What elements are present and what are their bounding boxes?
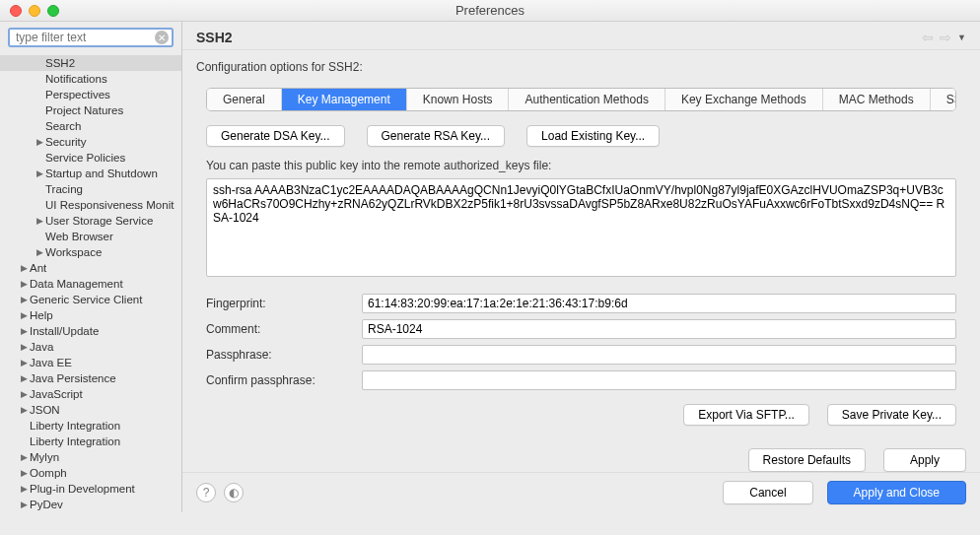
tree-item[interactable]: ▶Oomph	[0, 465, 181, 481]
tree-item[interactable]: ▶Install/Update	[0, 323, 181, 339]
tree-item[interactable]: Notifications	[0, 71, 181, 87]
tree-item-label: Security	[45, 136, 87, 148]
tree-item[interactable]: ▶Data Management	[0, 276, 181, 292]
generate-dsa-button[interactable]: Generate DSA Key...	[206, 125, 345, 147]
disclosure-arrow-icon[interactable]: ▶	[18, 468, 30, 478]
tree-item[interactable]: ▶Help	[0, 307, 181, 323]
disclosure-arrow-icon[interactable]: ▶	[34, 168, 45, 178]
tree-item-label: Perspectives	[45, 89, 110, 100]
progress-icon[interactable]: ◐	[224, 483, 244, 502]
export-sftp-button[interactable]: Export Via SFTP...	[683, 404, 809, 426]
tab[interactable]: MAC Methods	[823, 89, 931, 110]
restore-defaults-button[interactable]: Restore Defaults	[748, 448, 866, 472]
tree-item-label: Tracing	[45, 183, 83, 195]
tree-item-label: Web Browser	[45, 231, 113, 242]
disclosure-arrow-icon[interactable]: ▶	[18, 279, 30, 289]
disclosure-arrow-icon[interactable]: ▶	[18, 500, 30, 509]
tree-item[interactable]: ▶User Storage Service	[0, 213, 181, 229]
tree-item[interactable]: ▶Workspace	[0, 244, 181, 260]
disclosure-arrow-icon[interactable]: ▶	[18, 342, 30, 352]
preferences-tree[interactable]: SSH2NotificationsPerspectivesProject Nat…	[0, 53, 181, 512]
tree-item[interactable]: ▶JSON	[0, 402, 181, 418]
disclosure-arrow-icon[interactable]: ▶	[34, 137, 45, 147]
tree-item-label: Java	[30, 341, 53, 353]
tree-item-label: Java EE	[30, 357, 72, 368]
tree-item[interactable]: Liberty Integration	[0, 434, 181, 449]
tree-item-label: Java Persistence	[30, 372, 116, 384]
confirm-passphrase-label: Confirm passphrase:	[206, 373, 354, 387]
tab[interactable]: General	[207, 89, 282, 110]
tree-item[interactable]: Liberty Integration	[0, 418, 181, 434]
tree-item[interactable]: Web Browser	[0, 229, 181, 244]
passphrase-field[interactable]	[362, 345, 956, 365]
tree-item[interactable]: ▶PyDev	[0, 497, 181, 512]
apply-and-close-button[interactable]: Apply and Close	[827, 481, 966, 504]
forward-icon[interactable]: ⇨	[940, 30, 951, 45]
tree-item[interactable]: ▶Java	[0, 339, 181, 355]
tree-item-label: User Storage Service	[45, 215, 153, 227]
disclosure-arrow-icon[interactable]: ▶	[18, 358, 30, 368]
tree-item[interactable]: Perspectives	[0, 87, 181, 102]
clear-filter-icon[interactable]: ✕	[155, 31, 169, 44]
cancel-button[interactable]: Cancel	[723, 481, 812, 504]
disclosure-arrow-icon[interactable]: ▶	[18, 452, 30, 462]
disclosure-arrow-icon[interactable]: ▶	[18, 484, 30, 494]
comment-field[interactable]	[362, 319, 956, 339]
help-icon[interactable]: ?	[196, 483, 216, 502]
disclosure-arrow-icon[interactable]: ▶	[18, 326, 30, 336]
tree-item-label: SSH2	[45, 57, 75, 69]
tree-item[interactable]: ▶Plug-in Development	[0, 481, 181, 497]
tree-item-label: Oomph	[30, 467, 67, 479]
filter-input[interactable]	[8, 28, 174, 47]
tree-item-label: Project Natures	[45, 104, 123, 116]
tree-item[interactable]: ▶Java Persistence	[0, 370, 181, 386]
disclosure-arrow-icon[interactable]: ▶	[18, 405, 30, 415]
fingerprint-field[interactable]	[362, 294, 956, 313]
disclosure-arrow-icon[interactable]: ▶	[18, 389, 30, 399]
disclosure-arrow-icon[interactable]: ▶	[18, 310, 30, 320]
disclosure-arrow-icon[interactable]: ▶	[18, 295, 30, 304]
public-key-hint: You can paste this public key into the r…	[206, 159, 956, 172]
view-menu-icon[interactable]: ▼	[957, 33, 966, 42]
tree-item[interactable]: ▶Security	[0, 134, 181, 150]
tree-item[interactable]: ▶Mylyn	[0, 449, 181, 465]
disclosure-arrow-icon[interactable]: ▶	[18, 263, 30, 273]
tree-item-label: Help	[30, 309, 53, 321]
tab[interactable]: Key Exchange Methods	[665, 89, 823, 110]
tree-item[interactable]: Tracing	[0, 181, 181, 197]
public-key-textarea[interactable]	[206, 178, 956, 277]
tree-item[interactable]: ▶Startup and Shutdown	[0, 166, 181, 181]
tab-bar: GeneralKey ManagementKnown HostsAuthenti…	[206, 88, 956, 111]
generate-rsa-button[interactable]: Generate RSA Key...	[367, 125, 506, 147]
tab[interactable]: Key Management	[282, 89, 407, 110]
tree-item[interactable]: Search	[0, 118, 181, 134]
save-private-key-button[interactable]: Save Private Key...	[827, 404, 956, 426]
disclosure-arrow-icon[interactable]: ▶	[34, 216, 45, 226]
disclosure-arrow-icon[interactable]: ▶	[18, 373, 30, 383]
tree-item-label: Generic Service Client	[30, 294, 142, 305]
tab[interactable]: Known Hosts	[407, 89, 510, 110]
back-icon[interactable]: ⇦	[922, 30, 934, 45]
apply-button[interactable]: Apply	[883, 448, 966, 472]
tree-item-label: Install/Update	[30, 325, 99, 337]
tree-item-label: JSON	[30, 404, 60, 416]
preferences-sidebar: ✕ SSH2NotificationsPerspectivesProject N…	[0, 22, 182, 512]
load-key-button[interactable]: Load Existing Key...	[526, 125, 660, 147]
disclosure-arrow-icon[interactable]: ▶	[34, 247, 45, 257]
tab[interactable]: SSH Agent	[931, 89, 956, 110]
tree-item[interactable]: Service Policies	[0, 150, 181, 166]
tree-item[interactable]: Project Natures	[0, 102, 181, 118]
tree-item[interactable]: ▶JavaScript	[0, 386, 181, 402]
tree-item-label: Service Policies	[45, 152, 125, 164]
tab[interactable]: Authentication Methods	[509, 89, 665, 110]
tree-item-label: Liberty Integration	[30, 435, 120, 447]
passphrase-label: Passphrase:	[206, 348, 354, 362]
tree-item[interactable]: SSH2	[0, 55, 181, 71]
confirm-passphrase-field[interactable]	[362, 370, 956, 390]
tree-item[interactable]: ▶Ant	[0, 260, 181, 276]
tree-item[interactable]: ▶Generic Service Client	[0, 292, 181, 307]
tree-item[interactable]: ▶Java EE	[0, 355, 181, 370]
tree-item-label: Ant	[30, 262, 46, 274]
tree-item-label: PyDev	[30, 499, 63, 510]
tree-item[interactable]: UI Responsiveness Monit	[0, 197, 181, 213]
